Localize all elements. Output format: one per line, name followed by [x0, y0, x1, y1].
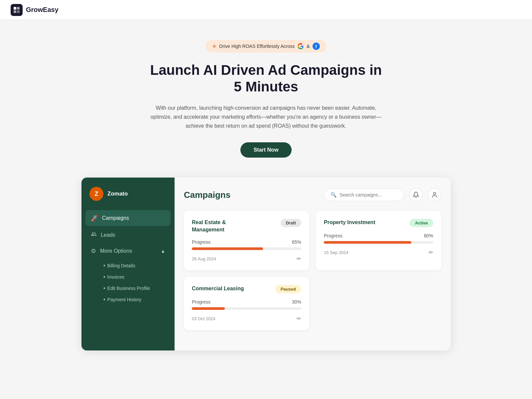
campaign-title: Commercial Leasing	[192, 285, 244, 292]
edit-icon[interactable]: ✏	[429, 249, 433, 256]
card-footer: 15 Sep 2024 ✏	[324, 249, 433, 256]
sidebar-item-leads[interactable]: Leads	[85, 227, 171, 243]
sidebar-item-invoices[interactable]: • Invoices	[100, 272, 171, 282]
main-content: Campaigns 🔍	[175, 178, 451, 350]
header-actions: 🔍	[324, 188, 441, 201]
avatar: Z	[89, 187, 103, 201]
hero-section: ✳ Drive High ROAS Effortlessly Across & …	[0, 20, 532, 171]
badge-text: Drive High ROAS Effortlessly Across	[219, 44, 295, 49]
progress-bar-fill	[192, 307, 225, 310]
campaigns-title: Campaigns	[184, 190, 230, 200]
user-profile-button[interactable]	[428, 188, 441, 201]
notifications-button[interactable]	[409, 188, 423, 201]
progress-bar-fill	[324, 241, 411, 244]
status-badge: Active	[410, 219, 433, 227]
bullet-icon: •	[103, 263, 105, 268]
campaigns-icon: 🚀	[91, 214, 98, 222]
card-footer: 03 Oct 2024 ✏	[192, 315, 301, 322]
svg-rect-1	[17, 7, 20, 9]
status-badge: Paused	[275, 285, 301, 293]
campaign-title: Property Investment	[324, 219, 375, 226]
campaign-title: Real Estate & Management	[192, 219, 252, 233]
sidebar-more-options: ⚙ More Options ▲ • Billing Details • Inv…	[81, 243, 175, 306]
more-options-toggle[interactable]: ⚙ More Options ▲	[85, 243, 171, 259]
campaigns-grid: Real Estate & Management Draft Progress …	[184, 211, 441, 330]
progress-bar-bg	[192, 307, 301, 310]
badge-ampersand: &	[307, 44, 310, 49]
campaign-date: 26 Aug 2024	[192, 256, 216, 261]
card-header: Real Estate & Management Draft	[192, 219, 301, 233]
badge-star-icon: ✳	[212, 43, 216, 50]
hero-title: Launch AI Driven Ad Campaigns in 5 Minut…	[150, 62, 382, 95]
edit-icon[interactable]: ✏	[297, 315, 301, 322]
status-badge: Draft	[281, 219, 301, 227]
sidebar: Z Zomato 🚀 Campaigns Leads	[81, 178, 175, 350]
sidebar-user: Z Zomato	[81, 187, 175, 210]
bullet-icon: •	[103, 274, 105, 280]
progress-label: Progress 80%	[324, 233, 433, 238]
svg-rect-2	[14, 10, 16, 13]
sidebar-item-label-campaigns: Campaigns	[102, 215, 129, 221]
facebook-icon: f	[313, 43, 320, 50]
campaign-card-real-estate: Real Estate & Management Draft Progress …	[184, 211, 309, 270]
card-header: Property Investment Active	[324, 219, 433, 227]
more-options-icon: ⚙	[91, 247, 96, 255]
sidebar-item-billing[interactable]: • Billing Details	[100, 260, 171, 271]
campaign-card-property-investment: Property Investment Active Progress 80% …	[316, 211, 441, 270]
user-name-label: Zomato	[107, 191, 128, 197]
leads-icon	[91, 231, 97, 239]
card-footer: 26 Aug 2024 ✏	[192, 255, 301, 262]
chevron-up-icon: ▲	[161, 248, 165, 254]
google-icon	[297, 43, 304, 50]
progress-label: Progress 65%	[192, 239, 301, 245]
logo: GrowEasy	[11, 4, 59, 16]
search-bar: 🔍	[324, 189, 404, 201]
sidebar-item-campaigns[interactable]: 🚀 Campaigns	[85, 210, 171, 226]
card-header: Commercial Leasing Paused	[192, 285, 301, 293]
logo-text: GrowEasy	[26, 6, 59, 14]
svg-point-4	[434, 193, 436, 195]
sidebar-item-payment-history[interactable]: • Payment History	[100, 294, 171, 305]
campaign-date: 15 Sep 2024	[324, 250, 348, 255]
svg-rect-0	[14, 7, 16, 9]
progress-label: Progress 30%	[192, 299, 301, 305]
sidebar-item-label-leads: Leads	[101, 232, 115, 238]
header: GrowEasy	[0, 0, 532, 20]
campaign-date: 03 Oct 2024	[192, 316, 215, 321]
bullet-icon: •	[103, 297, 105, 302]
bullet-icon: •	[103, 286, 105, 291]
hero-badge: ✳ Drive High ROAS Effortlessly Across & …	[205, 40, 326, 53]
progress-bar-fill	[192, 247, 263, 250]
progress-bar-bg	[324, 241, 433, 244]
edit-icon[interactable]: ✏	[297, 255, 301, 262]
start-now-button[interactable]: Start Now	[240, 142, 292, 158]
progress-bar-bg	[192, 247, 301, 250]
campaigns-header: Campaigns 🔍	[184, 188, 441, 201]
sidebar-item-edit-business-profile[interactable]: • Edit Business Profile	[100, 283, 171, 294]
more-options-submenu: • Billing Details • Invoices • Edit Busi…	[85, 259, 171, 306]
hero-description: With our platform, launching high-conver…	[150, 103, 382, 131]
more-options-label: More Options	[100, 248, 132, 254]
sidebar-nav: 🚀 Campaigns Leads	[81, 210, 175, 243]
svg-rect-3	[17, 10, 20, 13]
search-input[interactable]	[339, 192, 398, 198]
logo-icon	[11, 4, 23, 16]
campaign-card-commercial-leasing: Commercial Leasing Paused Progress 30% 0…	[184, 277, 309, 330]
dashboard-section: Z Zomato 🚀 Campaigns Leads	[81, 178, 451, 350]
search-icon: 🔍	[331, 192, 337, 198]
